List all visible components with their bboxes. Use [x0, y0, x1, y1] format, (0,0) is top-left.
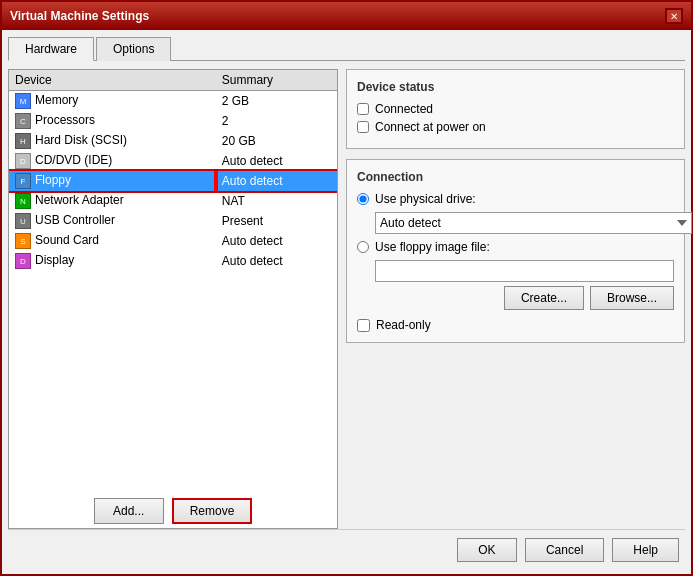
floppy-image-input[interactable] — [375, 260, 674, 282]
readonly-row: Read-only — [357, 318, 674, 332]
create-button[interactable]: Create... — [504, 286, 584, 310]
readonly-label: Read-only — [376, 318, 431, 332]
physical-drive-row: Use physical drive: — [357, 192, 674, 206]
right-panel: Device status Connected Connect at power… — [346, 69, 685, 529]
left-panel: Device Summary MMemory2 GBCProcessors2HH… — [8, 69, 338, 529]
connection-section: Connection Use physical drive: Auto dete… — [346, 159, 685, 343]
title-bar: Virtual Machine Settings ✕ — [2, 2, 691, 30]
table-row[interactable]: NNetwork AdapterNAT — [9, 191, 337, 211]
physical-drive-select[interactable]: Auto detect — [375, 212, 692, 234]
close-button[interactable]: ✕ — [665, 8, 683, 24]
window-body: Hardware Options Device Summary — [2, 30, 691, 574]
table-row[interactable]: FFloppyAuto detect — [9, 171, 337, 191]
power-on-label: Connect at power on — [375, 120, 486, 134]
tab-hardware[interactable]: Hardware — [8, 37, 94, 61]
floppy-image-row: Use floppy image file: — [357, 240, 674, 254]
physical-drive-label: Use physical drive: — [375, 192, 476, 206]
power-on-row: Connect at power on — [357, 120, 674, 134]
table-row[interactable]: CProcessors2 — [9, 111, 337, 131]
table-row[interactable]: HHard Disk (SCSI)20 GB — [9, 131, 337, 151]
help-button[interactable]: Help — [612, 538, 679, 562]
title-bar-buttons: ✕ — [665, 8, 683, 24]
device-status-title: Device status — [357, 80, 674, 94]
content-area: Device Summary MMemory2 GBCProcessors2HH… — [8, 69, 685, 529]
tabs: Hardware Options — [8, 36, 685, 61]
cancel-button[interactable]: Cancel — [525, 538, 604, 562]
connected-checkbox[interactable] — [357, 103, 369, 115]
connected-label: Connected — [375, 102, 433, 116]
readonly-checkbox[interactable] — [357, 319, 370, 332]
connection-title: Connection — [357, 170, 674, 184]
table-row[interactable]: DDisplayAuto detect — [9, 251, 337, 271]
footer-buttons: OK Cancel Help — [8, 529, 685, 568]
col-summary: Summary — [216, 70, 337, 91]
connected-row: Connected — [357, 102, 674, 116]
virtual-machine-settings-window: Virtual Machine Settings ✕ Hardware Opti… — [0, 0, 693, 576]
bottom-buttons: Add... Remove — [9, 490, 337, 528]
file-buttons: Create... Browse... — [357, 286, 674, 310]
device-table: Device Summary MMemory2 GBCProcessors2HH… — [9, 70, 337, 490]
tab-options[interactable]: Options — [96, 37, 171, 61]
physical-drive-radio[interactable] — [357, 193, 369, 205]
ok-button[interactable]: OK — [457, 538, 517, 562]
col-device: Device — [9, 70, 216, 91]
remove-button[interactable]: Remove — [172, 498, 253, 524]
table-row[interactable]: SSound CardAuto detect — [9, 231, 337, 251]
add-button[interactable]: Add... — [94, 498, 164, 524]
device-status-section: Device status Connected Connect at power… — [346, 69, 685, 149]
floppy-image-radio[interactable] — [357, 241, 369, 253]
table-row[interactable]: MMemory2 GB — [9, 91, 337, 112]
table-row[interactable]: DCD/DVD (IDE)Auto detect — [9, 151, 337, 171]
window-title: Virtual Machine Settings — [10, 9, 149, 23]
floppy-image-label: Use floppy image file: — [375, 240, 490, 254]
browse-button[interactable]: Browse... — [590, 286, 674, 310]
power-on-checkbox[interactable] — [357, 121, 369, 133]
table-row[interactable]: UUSB ControllerPresent — [9, 211, 337, 231]
